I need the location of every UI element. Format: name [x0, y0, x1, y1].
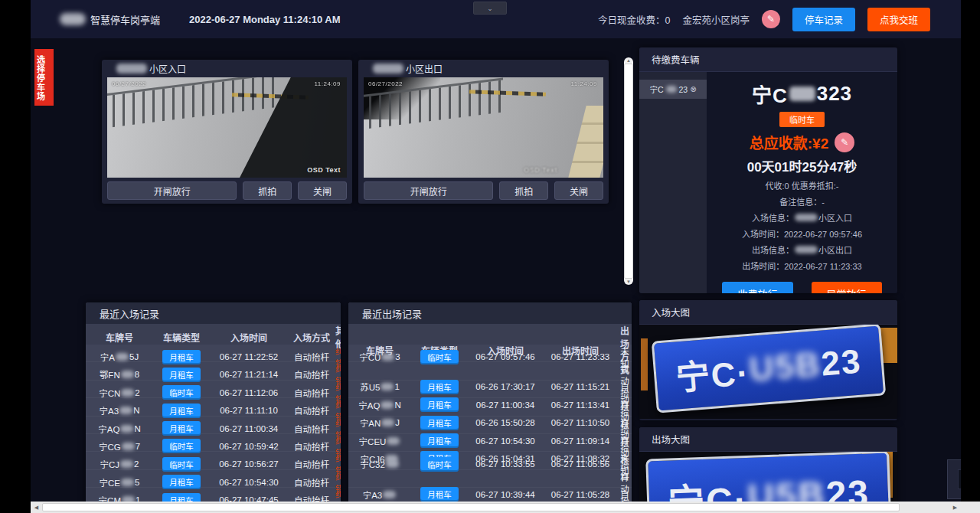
censored-plate-digits [381, 401, 394, 409]
shift-change-button[interactable]: 点我交班 [867, 8, 930, 31]
edit-station-icon[interactable]: ✎ [762, 10, 780, 28]
pending-vehicle-detail: 宁C 323 临时车 总应收款:¥2 ✎ 00天01时25分47秒 代收:0 优… [707, 72, 897, 293]
close-gate-button[interactable]: 关闸 [298, 181, 347, 200]
plate-number-cell: 鄂FN8 [86, 368, 153, 381]
plate-prefix: 宁CG [99, 440, 121, 453]
censored-plate-digits [789, 87, 815, 101]
censored-plate-digits [116, 353, 129, 361]
scroll-right-icon[interactable]: ▶ [949, 505, 961, 511]
abnormal-release-button[interactable]: 异常放行 [812, 282, 882, 293]
exit-camera-card: 小区出口 06/27/2022 11:24:09 OSD Text 开闸放行 抓… [358, 60, 609, 204]
pen-icon: ✎ [841, 137, 848, 148]
osd-date: 06/27/2022 [368, 80, 403, 87]
entrance-camera-title: 小区入口 [107, 60, 347, 77]
plate-number-cell: 宁CEU [348, 435, 411, 447]
plate-number-cell: 宁AQN [348, 399, 411, 411]
censored-plate-digits [122, 443, 135, 450]
plate-number-cell: 宁CN2 [86, 387, 153, 399]
col-plate: 车牌号 [86, 331, 153, 344]
plate-prefix: 宁C· [674, 345, 751, 400]
plate-suffix: 3 [395, 352, 400, 361]
plate-number-cell: 苏U51 [348, 381, 411, 393]
vehicle-type-cell: 临时车 [411, 457, 468, 472]
exit-table-title: 最近出场记录 [348, 302, 632, 324]
close-icon[interactable]: ⊗ [690, 85, 696, 93]
floating-widget[interactable] [947, 459, 961, 499]
app-title: 智慧停车岗亭端 [90, 12, 160, 27]
select-parking-lot-tab[interactable]: 选择停车场 [34, 49, 54, 106]
plate-suffix: 5J [129, 352, 139, 361]
entry-time-cell: 06-26 15:50:28 [468, 418, 543, 427]
exit-info-value: 小区出口 [818, 243, 852, 256]
vehicle-type-badge: 月租车 [162, 350, 201, 364]
plate-prefix: 苏U5 [360, 381, 380, 393]
plate-number-cell: 宁CU3 [348, 351, 411, 363]
scroll-left-icon[interactable]: ◀ [31, 505, 42, 511]
parking-records-button[interactable]: 停车记录 [792, 8, 855, 31]
censored-plate-digits [381, 353, 394, 361]
vehicle-type-cell: 月租车 [153, 475, 210, 489]
plate-suffix: 1 [394, 382, 399, 391]
vehicle-type-cell: 月租车 [153, 404, 210, 418]
censored-community-name [116, 64, 147, 74]
photo-background-detail [641, 338, 648, 390]
pending-vehicle-tab[interactable]: 宁C 23 ⊗ [639, 80, 707, 99]
vehicle-type-badge: 月租车 [420, 380, 459, 394]
censored-plate-digits [119, 407, 132, 414]
vehicle-type-badge: 临时车 [420, 457, 459, 472]
col-vehicle-type: 车辆类型 [153, 331, 210, 344]
plate-prefix: 宁CN [99, 387, 120, 399]
remark-line: 备注信息：- [779, 195, 825, 207]
vehicle-type-cell: 月租车 [411, 380, 468, 394]
entry-info-line: 入场信息： 小区入口 [752, 211, 852, 224]
snapshot-button[interactable]: 抓拍 [499, 181, 548, 200]
entry-method-cell: 自动抬杆 [288, 423, 335, 435]
open-gate-button[interactable]: 开闸放行 [107, 181, 237, 200]
entry-table-row: 宁CG7临时车06-27 10:59:42自动抬杆纠错 [86, 434, 341, 452]
exit-time-cell: 06-27 11:09:14 [543, 436, 618, 446]
censored-community-name [795, 246, 818, 253]
vehicle-type-badge: 月租车 [162, 475, 201, 489]
pending-fee-body: 宁C 23 ⊗ 宁C 323 临时车 总应收款:¥2 ✎ 00天01时25分47… [639, 72, 897, 293]
plate-prefix: 宁A3 [100, 404, 119, 417]
entry-image-panel: 入场大图 宁C·U5B23 [639, 300, 897, 420]
entry-time-cell: 06-27 10:39:44 [468, 490, 543, 499]
tab-plate-prefix: 宁C [649, 83, 663, 95]
vehicle-type-cell: 临时车 [153, 439, 210, 453]
close-gate-button[interactable]: 关闸 [554, 181, 603, 200]
vehicle-type-badge: 月租车 [420, 416, 459, 430]
scrollbar-corner [961, 502, 980, 513]
collapse-topbar-button[interactable]: ⌄ [473, 2, 507, 15]
osd-time: 11:24:09 [570, 80, 597, 87]
entry-method-cell: 自动抬杆 [288, 368, 335, 381]
entry-time-cell: 06-27 10:59:42 [210, 442, 288, 451]
open-gate-button[interactable]: 开闸放行 [364, 181, 493, 200]
page-horizontal-scrollbar[interactable]: ◀ ▶ [31, 502, 961, 513]
plate-suffix: N [394, 400, 400, 410]
snapshot-button[interactable]: 抓拍 [243, 181, 292, 200]
scrollbar-thumb[interactable] [624, 64, 633, 279]
plate-prefix: 宁AN [360, 417, 381, 429]
entrance-camera-card: 小区入口 06/27/2022 11:24:09 OSD Text 开闸放行 抓… [102, 60, 352, 204]
scroll-up-icon[interactable]: ▲ [626, 57, 631, 64]
entry-table-row: 宁AQN月租车06-27 11:00:34自动抬杆纠错 [86, 417, 341, 434]
charge-release-button[interactable]: 收费放行 [722, 282, 792, 293]
entry-time-cell: 06-27 10:54:30 [468, 436, 543, 446]
collect-discount-line: 代收:0 优惠券抵扣:- [766, 179, 839, 191]
plate-number-cell: 宁CE5 [86, 476, 153, 488]
entry-method-cell: 自动抬杆 [288, 351, 335, 363]
plate-suffix: N [133, 406, 139, 415]
recent-exit-table: 最近出场记录 车牌号 车辆类型 入场时间 出场时间 出场方式 宁CU3临时车06… [348, 302, 632, 513]
entry-image-title: 入场大图 [639, 300, 897, 325]
osd-date: 06/27/2022 [112, 80, 146, 87]
station-name: 金宏苑小区岗亭 [682, 12, 750, 27]
exit-time-cell: 06-27 11:15:21 [543, 382, 618, 391]
edit-amount-icon[interactable]: ✎ [835, 132, 854, 152]
tab-plate-suffix: 23 [679, 85, 688, 94]
scroll-down-icon[interactable]: ▼ [626, 279, 631, 285]
entrance-camera-buttons: 开闸放行 抓拍 关闸 [107, 178, 347, 204]
plate-prefix: 宁A [100, 351, 115, 363]
pending-panel-scrollbar[interactable]: ▲ ▼ [624, 57, 633, 285]
scrollbar-thumb[interactable] [42, 503, 900, 511]
exit-info-line: 出场信息： 小区出口 [752, 243, 852, 256]
